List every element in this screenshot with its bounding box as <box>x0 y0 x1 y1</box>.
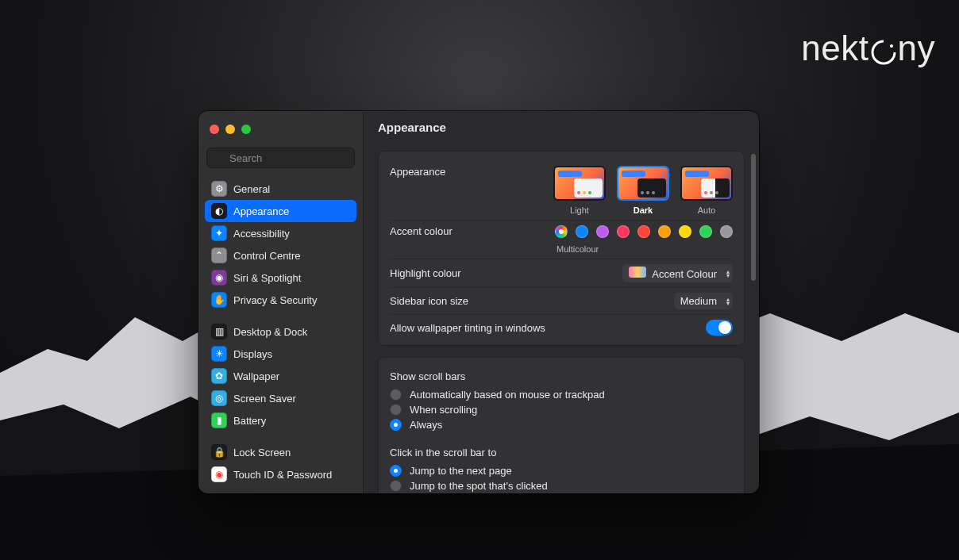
desktop-dock-icon: ▥ <box>211 324 227 339</box>
sidebar-icon-size-select[interactable]: Medium ▴▾ <box>674 293 733 309</box>
accent-selected-label: Multicolour <box>557 244 599 254</box>
sidebar-item-label: Siri & Spotlight <box>233 272 301 284</box>
appearance-options: LightDarkAuto <box>553 166 733 215</box>
sidebar-item-label: Screen Saver <box>233 393 296 405</box>
sidebar-item-touch-id-password[interactable]: ◉Touch ID & Password <box>205 463 356 485</box>
search-input[interactable] <box>206 148 355 168</box>
sidebar-item-desktop-dock[interactable]: ▥Desktop & Dock <box>205 320 356 343</box>
main-scrollbar-track[interactable] <box>751 154 756 485</box>
chevron-up-down-icon: ▴▾ <box>726 270 730 278</box>
gear-icon: ⚙ <box>211 181 227 197</box>
show-scroll-bars-option-label: Automatically based on mouse or trackpad <box>410 389 605 401</box>
accent-swatch-yellow[interactable] <box>679 225 691 238</box>
appearance-option-label: Dark <box>634 205 653 215</box>
brand-watermark: nekt ny <box>801 29 935 68</box>
battery-icon: ▮ <box>211 412 227 428</box>
radio-icon <box>390 389 402 401</box>
sidebar-item-label: Appearance <box>233 205 289 217</box>
sidebar-item-label: Lock Screen <box>233 447 291 458</box>
sidebar-item-wallpaper[interactable]: ✿Wallpaper <box>205 365 356 387</box>
appearance-option-auto[interactable]: Auto <box>680 166 733 215</box>
svg-point-0 <box>890 44 893 48</box>
accent-swatch-graphite[interactable] <box>720 225 733 238</box>
accent-swatch-orange[interactable] <box>658 225 671 238</box>
accessibility-icon: ✦ <box>211 225 227 241</box>
accent-colour-label: Accent colour <box>390 225 453 237</box>
sidebar-icon-size-value: Medium <box>680 295 717 307</box>
sidebar-item-general[interactable]: ⚙General <box>205 178 356 200</box>
wallpaper-tinting-label: Allow wallpaper tinting in windows <box>390 322 545 334</box>
control-centre-icon: ⌃ <box>211 247 227 263</box>
appearance-option-label: Light <box>570 205 589 215</box>
lock-screen-icon: 🔒 <box>211 444 227 460</box>
sidebar-icon-size-label: Sidebar icon size <box>390 295 468 307</box>
show-scroll-bars-option[interactable]: When scrolling <box>390 402 733 417</box>
show-scroll-bars-option[interactable]: Automatically based on mouse or trackpad <box>390 387 733 402</box>
radio-icon <box>390 480 402 492</box>
appearance-option-light[interactable]: Light <box>553 166 606 215</box>
accent-swatch-multicolour[interactable] <box>555 225 568 238</box>
system-settings-window: ⚙General◐Appearance✦Accessibility⌃Contro… <box>198 111 759 493</box>
show-scroll-bars-option-label: When scrolling <box>410 404 477 416</box>
window-controls <box>198 111 363 148</box>
sidebar-item-label: Wallpaper <box>233 370 279 382</box>
zoom-window-button[interactable] <box>241 125 251 134</box>
accent-swatch-red[interactable] <box>637 225 650 238</box>
click-scroll-bar-option[interactable]: Jump to the next page <box>390 463 733 478</box>
click-scroll-bar-option[interactable]: Jump to the spot that's clicked <box>390 478 733 493</box>
show-scroll-bars-label: Show scroll bars <box>390 367 733 387</box>
show-scroll-bars-option-label: Always <box>410 419 442 431</box>
sidebar-item-label: Battery <box>233 415 266 427</box>
minimize-window-button[interactable] <box>225 125 235 134</box>
sidebar-item-lock-screen[interactable]: 🔒Lock Screen <box>205 441 356 463</box>
screen-saver-icon: ◎ <box>211 390 227 406</box>
wallpaper-tinting-toggle[interactable] <box>706 320 733 336</box>
sidebar-item-label: Accessibility <box>233 228 290 240</box>
sidebar-item-label: Privacy & Security <box>233 294 317 306</box>
sidebar-item-screen-saver[interactable]: ◎Screen Saver <box>205 387 356 409</box>
chevron-up-down-icon: ▴▾ <box>726 297 730 305</box>
accent-swatches <box>555 225 733 238</box>
sidebar-item-battery[interactable]: ▮Battery <box>205 409 356 432</box>
appearance-option-label: Auto <box>698 205 716 215</box>
appearance-option-dark[interactable]: Dark <box>617 166 669 215</box>
privacy-icon: ✋ <box>211 292 227 308</box>
accent-swatch-purple[interactable] <box>596 225 609 238</box>
highlight-colour-select[interactable]: Accent Colour ▴▾ <box>622 264 733 282</box>
scrollbar-card: Show scroll bars Automatically based on … <box>378 357 745 493</box>
sidebar-item-label: Displays <box>233 348 272 360</box>
appearance-icon: ◐ <box>211 203 227 219</box>
sidebar: ⚙General◐Appearance✦Accessibility⌃Contro… <box>198 111 364 493</box>
highlight-colour-label: Highlight colour <box>390 267 461 279</box>
main-scrollbar-thumb[interactable] <box>751 154 756 281</box>
sidebar-item-label: Touch ID & Password <box>233 469 332 481</box>
click-scroll-bar-label: Click in the scroll bar to <box>390 443 733 463</box>
sidebar-item-label: General <box>233 183 270 195</box>
content-scroll[interactable]: Appearance LightDarkAuto Accent colour M… <box>364 144 759 493</box>
close-window-button[interactable] <box>210 125 219 134</box>
sidebar-nav[interactable]: ⚙General◐Appearance✦Accessibility⌃Contro… <box>198 175 363 493</box>
sidebar-item-siri-spotlight[interactable]: ◉Siri & Spotlight <box>205 267 356 289</box>
accent-swatch-pink[interactable] <box>617 225 630 238</box>
main-panel: Appearance Appearance LightDarkAuto Acce… <box>364 111 759 493</box>
sidebar-item-appearance[interactable]: ◐Appearance <box>205 200 356 222</box>
accent-swatch-green[interactable] <box>699 225 712 238</box>
highlight-colour-chip-icon <box>629 267 646 278</box>
appearance-card: Appearance LightDarkAuto Accent colour M… <box>378 151 745 346</box>
siri-icon: ◉ <box>211 270 227 286</box>
sidebar-item-privacy-security[interactable]: ✋Privacy & Security <box>205 289 356 311</box>
sidebar-item-label: Control Centre <box>233 250 301 262</box>
sidebar-item-displays[interactable]: ☀Displays <box>205 343 356 365</box>
toggle-knob-icon <box>718 321 731 334</box>
sidebar-item-accessibility[interactable]: ✦Accessibility <box>205 222 356 244</box>
radio-icon <box>390 465 402 477</box>
radio-icon <box>390 404 402 416</box>
page-title: Appearance <box>364 111 759 144</box>
accent-swatch-blue[interactable] <box>576 225 588 238</box>
sidebar-item-control-centre[interactable]: ⌃Control Centre <box>205 244 356 267</box>
appearance-thumbnail-auto <box>680 166 733 201</box>
appearance-thumbnail-dark <box>617 166 669 201</box>
show-scroll-bars-option[interactable]: Always <box>390 417 733 432</box>
touch-id-icon: ◉ <box>211 466 227 482</box>
radio-icon <box>390 419 402 431</box>
